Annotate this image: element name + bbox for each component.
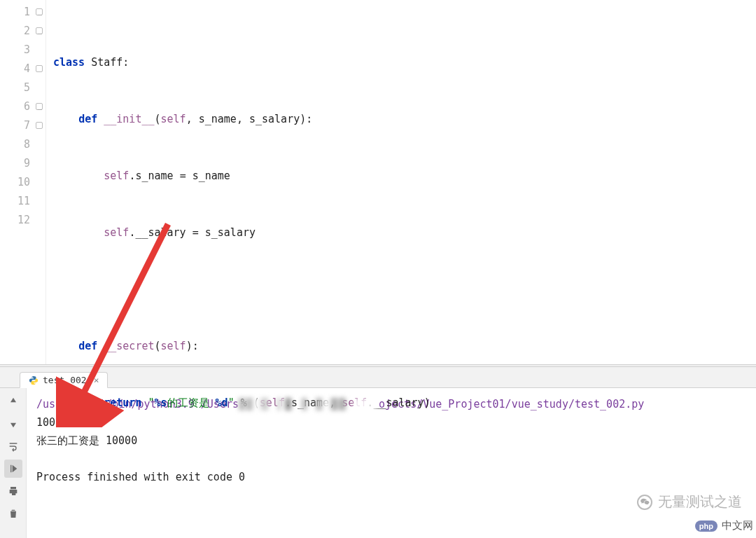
svg-point-1 [34,382,35,383]
code-line[interactable] [46,450,756,469]
fold-end-icon[interactable] [36,65,43,72]
code-area[interactable]: class Staff: def __init__(self, s_name, … [46,0,756,364]
run-tab[interactable]: test_002 × [20,372,108,388]
code-line[interactable]: def __init__(self, s_name, s_salary): [46,110,756,129]
fold-end-icon[interactable] [36,122,43,129]
run-toolbar [0,388,27,538]
php-badge: php [695,520,718,532]
line-number: 7 [0,116,46,135]
code-line[interactable] [46,280,756,299]
soft-wrap-button[interactable] [4,437,22,455]
code-line[interactable]: self.__salary = s_salary [46,223,756,242]
line-number: 10 [0,173,46,192]
svg-point-0 [32,377,33,378]
watermark: 无量测试之道 [637,492,742,511]
scroll-up-button[interactable] [4,392,22,411]
code-line[interactable]: self.s_name = s_name [46,167,756,186]
line-number-gutter: 1 2 3 4 5 6 7 8 9 10 11 12 [0,0,46,364]
scroll-to-end-button[interactable] [4,460,22,478]
line-number: 8 [0,135,46,154]
python-file-icon [29,375,38,385]
code-editor[interactable]: 1 2 3 4 5 6 7 8 9 10 11 12 class Staff: … [0,0,756,364]
delete-button[interactable] [4,504,22,523]
scroll-down-button[interactable] [4,415,22,433]
code-line[interactable]: def __secret(self): [46,337,756,356]
line-number: 5 [0,78,46,97]
line-number: 9 [0,154,46,173]
code-line[interactable]: return "%s的工资是 %d" % (self.s_name, self.… [46,394,756,413]
line-number: 12 [0,211,46,230]
fold-marker-icon[interactable] [36,27,43,34]
line-number: 11 [0,192,46,211]
wechat-icon [637,495,652,510]
line-number: 4 [0,60,46,78]
line-number: 2 [0,22,46,41]
fold-marker-icon[interactable] [36,8,43,15]
print-button[interactable] [4,482,22,500]
fold-marker-icon[interactable] [36,103,43,110]
close-icon[interactable]: × [94,375,99,385]
redacted-path: ████ ██ █ ████ ███ [239,395,379,413]
site-watermark: php 中文网 [695,519,753,532]
line-number: 1 [0,3,46,22]
run-tab-label: test_002 [43,375,87,385]
line-number: 3 [0,41,46,60]
code-line[interactable]: class Staff: [46,53,756,72]
line-number: 6 [0,97,46,116]
keyword-class: class [53,56,85,69]
